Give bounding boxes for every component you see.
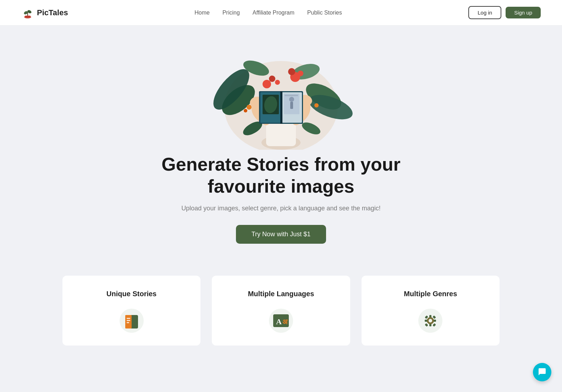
logo-icon xyxy=(21,6,34,19)
nav-pricing[interactable]: Pricing xyxy=(222,10,240,16)
login-button[interactable]: Log in xyxy=(468,6,501,19)
svg-text:A: A xyxy=(276,317,282,326)
svg-text:अ: अ xyxy=(282,318,288,326)
chat-bubble-button[interactable] xyxy=(533,363,551,381)
feature-card-multiple-genres: Multiple Genres xyxy=(362,276,500,346)
svg-rect-37 xyxy=(290,102,293,109)
nav-home[interactable]: Home xyxy=(194,10,210,16)
hero-illustration xyxy=(206,36,356,150)
svg-rect-42 xyxy=(127,318,130,319)
logo-text: PicTales xyxy=(37,8,68,17)
hero-title: Generate Stories from your favourite ima… xyxy=(161,153,400,198)
navbar: PicTales Home Pricing Affiliate Program … xyxy=(0,0,562,26)
feature-multiple-languages-title: Multiple Languages xyxy=(248,290,314,298)
svg-point-20 xyxy=(244,109,247,112)
hero-section: Generate Stories from your favourite ima… xyxy=(0,26,562,265)
svg-point-21 xyxy=(314,103,319,107)
feature-multiple-genres-title: Multiple Genres xyxy=(404,290,457,298)
svg-rect-41 xyxy=(125,315,132,328)
svg-rect-44 xyxy=(127,322,129,323)
svg-rect-1 xyxy=(25,16,31,18)
nav-actions: Log in Sign up xyxy=(468,6,541,19)
feature-card-multiple-languages: Multiple Languages A अ xyxy=(212,276,350,346)
svg-point-13 xyxy=(263,80,271,88)
unique-stories-icon xyxy=(117,307,146,335)
svg-point-36 xyxy=(289,97,294,102)
multiple-languages-icon: A अ xyxy=(267,307,295,335)
chat-icon xyxy=(538,368,547,377)
feature-card-unique-stories: Unique Stories xyxy=(62,276,200,346)
svg-point-17 xyxy=(288,68,295,75)
signup-button[interactable]: Sign up xyxy=(506,7,541,18)
features-section: Unique Stories Multiple Languages A xyxy=(0,276,562,346)
svg-point-61 xyxy=(429,319,432,322)
nav-public-stories[interactable]: Public Stories xyxy=(307,10,342,16)
multiple-genres-icon xyxy=(416,307,445,335)
try-now-button[interactable]: Try Now with Just $1 xyxy=(236,225,326,244)
hero-subtitle: Upload your images, select genre, pick a… xyxy=(181,205,380,212)
svg-point-14 xyxy=(269,76,275,82)
feature-unique-stories-title: Unique Stories xyxy=(106,290,156,298)
svg-rect-32 xyxy=(280,91,282,124)
nav-affiliate[interactable]: Affiliate Program xyxy=(253,10,294,16)
nav-links: Home Pricing Affiliate Program Public St… xyxy=(194,10,342,16)
logo[interactable]: PicTales xyxy=(21,6,68,19)
svg-rect-38 xyxy=(285,95,298,96)
svg-point-19 xyxy=(247,105,252,110)
svg-point-18 xyxy=(298,71,303,76)
svg-point-15 xyxy=(275,80,280,85)
svg-rect-43 xyxy=(127,320,130,321)
